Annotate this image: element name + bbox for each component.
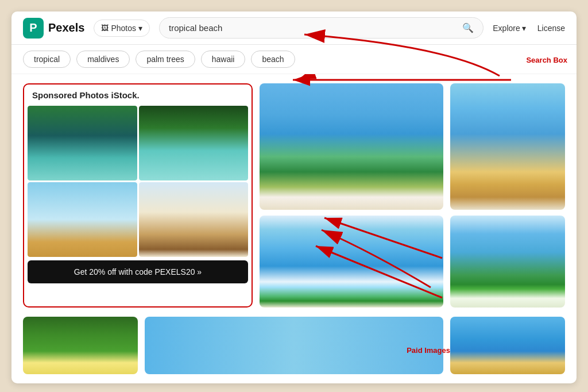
- photo-bottom-left[interactable]: [23, 317, 138, 374]
- license-link[interactable]: License: [537, 24, 565, 33]
- tags-bar: tropical maldives palm trees hawaii beac…: [11, 45, 577, 74]
- sponsored-cta-button[interactable]: Get 20% off with code PEXELS20 »: [28, 260, 248, 283]
- photo-card-island[interactable]: [260, 216, 443, 308]
- search-bar: 🔍: [159, 17, 483, 39]
- sponsored-header: Sponsored Photos iStock.: [24, 84, 252, 106]
- search-input[interactable]: [169, 23, 458, 33]
- photos-label: Photos: [111, 24, 136, 33]
- chevron-down-icon: ▾: [522, 24, 526, 33]
- photo-card-beach-palms[interactable]: [260, 83, 443, 210]
- paid-images-annotation: Paid Images: [407, 346, 450, 355]
- sponsor-image-3[interactable]: [28, 182, 137, 257]
- logo-container: P Pexels: [23, 18, 84, 39]
- photo-bottom-middle[interactable]: [145, 317, 443, 374]
- bottom-row: [11, 317, 577, 383]
- search-button[interactable]: 🔍: [462, 22, 474, 33]
- photos-dropdown[interactable]: 🖼 Photos ▾: [94, 20, 150, 37]
- photo-bottom-right[interactable]: [450, 317, 565, 374]
- explore-link[interactable]: Explore ▾: [493, 24, 525, 33]
- middle-column: [260, 83, 443, 308]
- sponsor-image-1[interactable]: [28, 106, 137, 180]
- tag-maldives[interactable]: maldives: [76, 51, 130, 68]
- photo-card-right-1[interactable]: [450, 83, 565, 210]
- sponsored-card: Sponsored Photos iStock.: [23, 83, 253, 308]
- main-content: Sponsored Photos iStock.: [11, 74, 577, 317]
- tag-hawaii[interactable]: hawaii: [201, 51, 246, 68]
- sponsor-image-2[interactable]: [139, 106, 249, 180]
- sponsored-grid: [24, 106, 252, 257]
- pexels-logo-icon[interactable]: P: [23, 18, 44, 39]
- photo-card-right-2[interactable]: [450, 216, 565, 308]
- tag-palm-trees[interactable]: palm trees: [136, 51, 195, 68]
- nav-right: Explore ▾ License: [493, 24, 565, 33]
- tag-beach[interactable]: beach: [251, 51, 295, 68]
- browser-frame: P Pexels 🖼 Photos ▾ 🔍 Explore ▾ License …: [11, 11, 577, 383]
- right-column: [450, 83, 565, 308]
- search-box-annotation: Search Box: [526, 55, 567, 64]
- header: P Pexels 🖼 Photos ▾ 🔍 Explore ▾ License: [11, 11, 577, 45]
- tags-section: tropical maldives palm trees hawaii beac…: [11, 45, 577, 74]
- brand-name: Pexels: [48, 21, 84, 34]
- chevron-down-icon: ▾: [138, 24, 142, 33]
- sponsor-image-4[interactable]: [139, 182, 249, 257]
- main-area: Sponsored Photos iStock.: [11, 74, 577, 383]
- tag-tropical[interactable]: tropical: [23, 51, 71, 68]
